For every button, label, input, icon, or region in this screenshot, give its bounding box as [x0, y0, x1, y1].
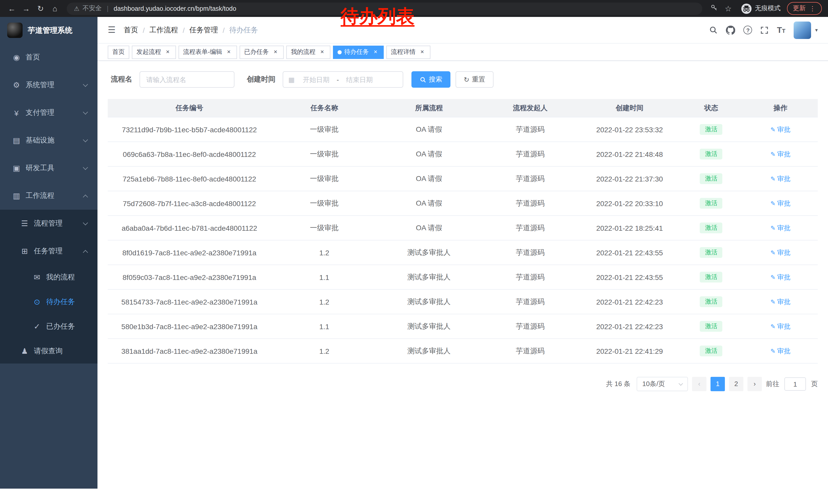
- approve-link-label: 审批: [777, 322, 791, 331]
- breadcrumb-task-manage[interactable]: 任务管理: [189, 26, 218, 35]
- approve-link[interactable]: ✎ 审批: [771, 149, 791, 159]
- update-button[interactable]: 更新 ⋮: [787, 2, 822, 15]
- sidebar-item-infrastructure[interactable]: ▤ 基础设施: [0, 127, 97, 154]
- tab-todo-tasks[interactable]: 待办任务 ×: [333, 45, 384, 59]
- close-icon[interactable]: ×: [225, 48, 233, 56]
- help-icon[interactable]: ?: [744, 26, 752, 34]
- breadcrumb-workflow[interactable]: 工作流程: [149, 26, 178, 35]
- cell-created: 2022-01-22 23:53:32: [580, 125, 679, 134]
- cell-created: 2022-01-22 18:25:41: [580, 224, 679, 232]
- column-header: 状态: [679, 103, 743, 112]
- page-2-button[interactable]: 2: [729, 377, 743, 391]
- cell-action: ✎ 审批: [743, 223, 818, 232]
- cell-task-id: 58154733-7ac8-11ec-a9e2-a2380e71991a: [108, 297, 271, 306]
- tab-my-process[interactable]: 我的流程 ×: [286, 45, 330, 59]
- status-badge: 激活: [700, 198, 722, 209]
- prev-page-button[interactable]: ‹: [692, 377, 706, 391]
- cell-task-id: 580e1b3d-7ac8-11ec-a9e2-a2380e71991a: [108, 322, 271, 330]
- security-label[interactable]: 不安全: [83, 4, 102, 13]
- sidebar-item-done-tasks[interactable]: ✓ 已办任务: [0, 314, 97, 339]
- approve-link[interactable]: ✎ 审批: [771, 248, 791, 257]
- close-icon[interactable]: ×: [419, 48, 426, 56]
- font-size-small: T: [782, 28, 785, 34]
- avatar-caret-icon[interactable]: ▾: [815, 27, 818, 33]
- sidebar-item-home[interactable]: ◉ 首页: [0, 44, 97, 71]
- cell-status: 激活: [679, 296, 743, 307]
- cell-status: 激活: [679, 247, 743, 258]
- divider: |: [107, 5, 109, 12]
- sidebar-item-process-manage[interactable]: ☰ 流程管理: [0, 210, 97, 237]
- reload-icon[interactable]: ↻: [34, 0, 47, 17]
- date-range-picker[interactable]: ▦ -: [283, 71, 403, 88]
- tab-start-process[interactable]: 发起流程 ×: [132, 45, 176, 59]
- table-row: 73211d9d-7b9b-11ec-b5b7-acde48001122 一级审…: [108, 118, 818, 142]
- browser-menu-icon[interactable]: ⋮: [809, 5, 816, 12]
- font-size-icon[interactable]: TT: [777, 26, 785, 35]
- approve-link[interactable]: ✎ 审批: [771, 125, 791, 134]
- close-icon[interactable]: ×: [319, 48, 326, 56]
- approve-link[interactable]: ✎ 审批: [771, 199, 791, 208]
- cell-task-name: 一级审批: [271, 149, 378, 159]
- approve-link[interactable]: ✎ 审批: [771, 273, 791, 282]
- approve-link[interactable]: ✎ 审批: [771, 174, 791, 183]
- cell-action: ✎ 审批: [743, 322, 818, 331]
- search-button[interactable]: 搜索: [411, 71, 450, 88]
- active-tab-dot: [338, 50, 342, 54]
- approve-link[interactable]: ✎ 审批: [771, 346, 791, 356]
- status-badge: 激活: [700, 148, 722, 159]
- cell-task-name: 一级审批: [271, 223, 378, 232]
- next-page-button[interactable]: ›: [747, 377, 762, 391]
- breadcrumb-home[interactable]: 首页: [124, 26, 138, 35]
- sidebar-item-system[interactable]: ⚙ 系统管理: [0, 71, 97, 99]
- end-date-input[interactable]: [340, 76, 379, 83]
- key-icon[interactable]: [707, 0, 720, 17]
- incognito-icon: [741, 3, 751, 13]
- process-name-input[interactable]: [139, 71, 235, 88]
- forward-icon[interactable]: →: [19, 0, 33, 17]
- sidebar-item-leave-query[interactable]: ♟ 请假查询: [0, 339, 97, 364]
- collapse-sidebar-icon[interactable]: ☰: [108, 25, 116, 35]
- chevron-up-icon: [83, 194, 88, 199]
- search-icon[interactable]: [709, 26, 718, 34]
- sidebar-item-workflow[interactable]: ▥ 工作流程: [0, 182, 97, 210]
- reset-button[interactable]: ↻ 重置: [456, 71, 494, 88]
- start-date-input[interactable]: [297, 76, 336, 83]
- cell-task-name: 1.1: [271, 322, 378, 330]
- sidebar-item-task-manage[interactable]: ⊞ 任务管理: [0, 237, 97, 265]
- chevron-down-icon: [679, 381, 683, 385]
- tab-home[interactable]: 首页: [108, 45, 129, 59]
- goto-page-input[interactable]: [784, 377, 806, 391]
- gear-icon: ⚙: [10, 81, 23, 90]
- approve-link[interactable]: ✎ 审批: [771, 223, 791, 232]
- close-icon[interactable]: ×: [164, 48, 171, 56]
- github-icon[interactable]: [726, 26, 735, 35]
- page-1-button[interactable]: 1: [710, 377, 725, 391]
- cell-action: ✎ 审批: [743, 248, 818, 257]
- eye-icon: ⊙: [31, 297, 43, 307]
- tab-form-edit[interactable]: 流程表单-编辑 ×: [178, 45, 237, 59]
- home-icon[interactable]: ⌂: [48, 0, 61, 17]
- star-icon[interactable]: ☆: [721, 0, 735, 17]
- fullscreen-icon[interactable]: [760, 26, 769, 34]
- approve-link-label: 审批: [777, 223, 791, 232]
- back-icon[interactable]: ←: [5, 0, 18, 17]
- sidebar-item-devtools[interactable]: ▣ 研发工具: [0, 154, 97, 182]
- close-icon[interactable]: ×: [372, 48, 379, 56]
- page-size-value: 10条/页: [642, 379, 665, 388]
- page-size-select[interactable]: 10条/页: [637, 377, 688, 391]
- sidebar-item-my-process[interactable]: ✉ 我的流程: [0, 265, 97, 290]
- sidebar-item-payment[interactable]: ¥ 支付管理: [0, 99, 97, 127]
- cell-process: OA 请假: [378, 223, 481, 232]
- cell-created: 2022-01-22 21:37:30: [580, 175, 679, 183]
- page-body: 芋道管理系统 ◉ 首页 ⚙ 系统管理 ¥ 支付管理 ▤ 基础设施: [0, 17, 828, 504]
- close-icon[interactable]: ×: [272, 48, 279, 56]
- app-title: 芋道管理系统: [28, 26, 72, 35]
- user-avatar[interactable]: [794, 21, 811, 39]
- tab-process-detail[interactable]: 流程详情 ×: [386, 45, 430, 59]
- approve-link-label: 审批: [777, 125, 791, 134]
- cell-action: ✎ 审批: [743, 346, 818, 356]
- approve-link[interactable]: ✎ 审批: [771, 297, 791, 306]
- sidebar-item-todo-tasks[interactable]: ⊙ 待办任务: [0, 290, 97, 314]
- approve-link[interactable]: ✎ 审批: [771, 322, 791, 331]
- tab-done-tasks[interactable]: 已办任务 ×: [240, 45, 284, 59]
